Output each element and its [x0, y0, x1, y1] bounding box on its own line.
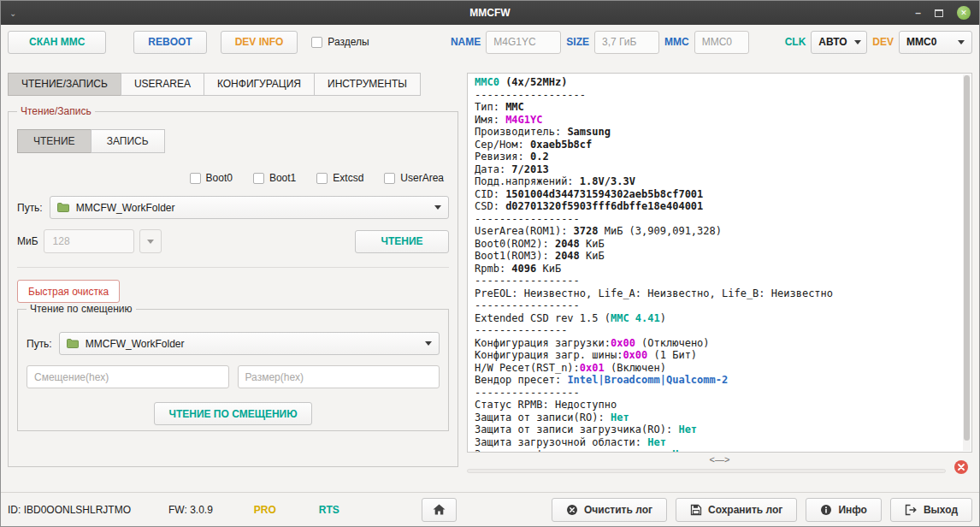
- offset-read-button[interactable]: ЧТЕНИЕ ПО СМЕЩЕНИЮ: [154, 402, 311, 425]
- exit-label: Выход: [924, 504, 958, 516]
- home-button[interactable]: [422, 498, 457, 522]
- clear-log-button[interactable]: Очистить лог: [552, 498, 667, 522]
- firmware-version-text: FW: 3.0.9: [168, 504, 213, 516]
- offset-path-value: MMCFW_WorkFolder: [86, 338, 185, 350]
- clk-select[interactable]: АВТО: [811, 31, 867, 54]
- clk-label: CLK: [785, 36, 806, 48]
- userarea-label: UserArea: [400, 172, 444, 184]
- boot0-checkbox[interactable]: Boot0: [190, 172, 233, 184]
- mib-label: МиБ: [17, 235, 38, 247]
- window-controls: – ✕: [915, 6, 979, 20]
- offset-path-label: Путь:: [27, 338, 52, 350]
- offset-path-select[interactable]: MMCFW_WorkFolder: [59, 332, 440, 355]
- scan-mmc-button[interactable]: СКАН ММС: [8, 31, 106, 54]
- folder-icon: [67, 339, 79, 348]
- offset-hex-input[interactable]: [27, 365, 229, 388]
- boot1-label: Boot1: [269, 172, 296, 184]
- device-id-text: ID: IBD0OONLSHLRJTMO: [8, 504, 131, 516]
- folder-icon: [57, 203, 69, 212]
- offset-read-group: Чтение по смещению Путь: MMCFW_WorkFolde…: [17, 303, 449, 431]
- titlebar: ⌄ MMCFW – ✕: [1, 1, 979, 25]
- offset-read-group-title: Чтение по смещению: [27, 303, 136, 315]
- pro-badge: PRO: [254, 504, 276, 516]
- checkbox-box: [384, 173, 395, 184]
- read-button[interactable]: ЧТЕНИЕ: [355, 230, 449, 253]
- path-select[interactable]: MMCFW_WorkFolder: [50, 196, 449, 219]
- chevron-down-icon: [425, 341, 432, 346]
- window-title: MMCFW: [1, 7, 979, 19]
- save-log-button[interactable]: Сохранить лог: [676, 498, 797, 522]
- log-vertical-scrollbar[interactable]: [963, 74, 971, 451]
- tab-configuration[interactable]: КОНФИГУРАЦИЯ: [204, 73, 315, 96]
- dev-info-button[interactable]: DEV INFO: [221, 31, 298, 54]
- quick-erase-button[interactable]: Быстрая очистка: [17, 280, 120, 303]
- tab-tools[interactable]: ИНСТРУМЕНТЫ: [314, 73, 421, 96]
- path-label: Путь:: [17, 202, 43, 214]
- size-hex-input[interactable]: [238, 365, 440, 388]
- scrollbar-thumb[interactable]: [964, 75, 970, 441]
- info-label: Инфо: [838, 504, 867, 516]
- boot1-checkbox[interactable]: Boot1: [253, 172, 296, 184]
- tab-userarea[interactable]: USERAREA: [121, 73, 204, 96]
- chevron-down-icon: [147, 240, 154, 244]
- hex-row: [27, 365, 440, 388]
- tab-bar: ЧТЕНИЕ/ЗАПИСЬ USERAREA КОНФИГУРАЦИЯ ИНСТ…: [8, 73, 421, 96]
- name-input[interactable]: [486, 31, 561, 54]
- mmc-input[interactable]: [694, 31, 749, 54]
- size-input[interactable]: [594, 31, 659, 54]
- chevron-down-icon: [958, 40, 965, 44]
- chevron-down-icon: [434, 205, 441, 210]
- size-label: SIZE: [566, 36, 589, 48]
- reboot-button[interactable]: REBOOT: [133, 31, 206, 54]
- exit-button[interactable]: Выход: [890, 498, 972, 522]
- dev-value: MMC0: [906, 36, 936, 48]
- partitions-label: Разделы: [328, 36, 369, 48]
- app-window: ⌄ MMCFW – ✕ СКАН ММС REBOOT DEV INFO Раз…: [0, 0, 980, 527]
- mib-input[interactable]: [44, 229, 134, 253]
- write-mode-button[interactable]: ЗАПИСЬ: [91, 129, 165, 153]
- maximize-icon[interactable]: [935, 9, 943, 17]
- path-row: Путь: MMCFW_WorkFolder: [17, 196, 449, 219]
- minimize-icon[interactable]: –: [915, 9, 921, 17]
- dev-label: DEV: [872, 36, 894, 48]
- clear-log-red-icon[interactable]: [953, 459, 969, 475]
- offset-path-row: Путь: MMCFW_WorkFolder: [27, 332, 440, 355]
- divider: [17, 267, 449, 268]
- circle-x-icon: [953, 459, 969, 475]
- partitions-checkbox[interactable]: Разделы: [311, 36, 369, 48]
- name-label: NAME: [451, 36, 481, 48]
- save-icon: [690, 504, 702, 516]
- read-mode-button[interactable]: ЧТЕНИЕ: [17, 129, 92, 153]
- size-row: МиБ ЧТЕНИЕ: [17, 229, 449, 253]
- dev-select[interactable]: MMC0: [899, 31, 972, 54]
- extcsd-checkbox[interactable]: Extcsd: [316, 172, 363, 184]
- userarea-checkbox[interactable]: UserArea: [384, 172, 444, 184]
- partition-checkboxes: Boot0 Boot1 Extcsd UserArea: [17, 172, 449, 184]
- mmc-label: MMC: [664, 36, 689, 48]
- log-output[interactable]: MMC0 (4x/52MHz)------------------Тип: MM…: [475, 76, 960, 452]
- log-bottom-bar: <—>: [467, 453, 972, 480]
- toolbar: СКАН ММС REBOOT DEV INFO Разделы NAME SI…: [1, 25, 979, 59]
- window-menu-icon[interactable]: ⌄: [9, 9, 16, 18]
- statusbar: ID: IBD0OONLSHLRJTMO FW: 3.0.9 PRO RTS О…: [1, 492, 979, 526]
- boot0-label: Boot0: [206, 172, 233, 184]
- checkbox-box: [190, 173, 201, 184]
- log-panel: MMC0 (4x/52MHz)------------------Тип: MM…: [467, 73, 972, 453]
- circle-x-icon: [566, 504, 578, 516]
- close-icon[interactable]: ✕: [957, 6, 971, 20]
- log-resize-handle[interactable]: <—>: [710, 454, 730, 465]
- path-value: MMCFW_WorkFolder: [76, 202, 175, 214]
- tab-read-write[interactable]: ЧТЕНИЕ/ЗАПИСЬ: [8, 73, 121, 96]
- info-icon: [820, 504, 832, 516]
- mib-dropdown-button[interactable]: [139, 229, 162, 253]
- checkbox-box: [311, 37, 322, 48]
- info-button[interactable]: Инфо: [806, 498, 882, 522]
- clear-log-label: Очистить лог: [584, 504, 652, 516]
- read-write-group-title: Чтение/Запись: [17, 105, 95, 117]
- rts-badge: RTS: [319, 504, 339, 516]
- mode-toggle: ЧТЕНИЕ ЗАПИСЬ: [17, 129, 449, 153]
- checkbox-box: [253, 173, 264, 184]
- log-horizontal-scrollbar[interactable]: [467, 469, 946, 473]
- checkbox-box: [316, 173, 328, 184]
- statusbar-actions: Очистить лог Сохранить лог Инфо: [552, 498, 972, 522]
